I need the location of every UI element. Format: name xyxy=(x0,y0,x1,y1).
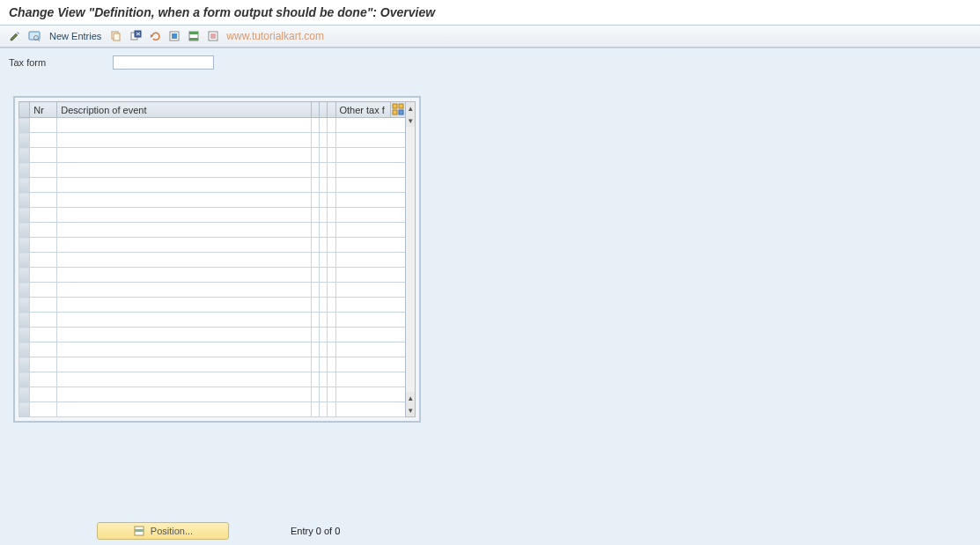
cell-other-tax[interactable] xyxy=(335,253,406,268)
cell-nr[interactable] xyxy=(30,178,57,193)
table-row[interactable] xyxy=(19,268,406,283)
cell-n2[interactable] xyxy=(319,357,327,372)
cell-n1[interactable] xyxy=(311,357,319,372)
table-row[interactable] xyxy=(19,178,406,193)
other-view-icon[interactable] xyxy=(26,28,42,44)
table-row[interactable] xyxy=(19,298,406,313)
cell-n2[interactable] xyxy=(319,268,327,283)
scroll-down-arrow-icon[interactable]: ▼ xyxy=(406,404,415,416)
row-selector[interactable] xyxy=(19,118,30,133)
toggle-display-change-icon[interactable] xyxy=(7,28,23,44)
cell-nr[interactable] xyxy=(30,342,57,357)
cell-nr[interactable] xyxy=(30,238,57,253)
cell-n2[interactable] xyxy=(319,148,327,163)
cell-n1[interactable] xyxy=(311,148,319,163)
cell-n1[interactable] xyxy=(311,178,319,193)
cell-n2[interactable] xyxy=(319,328,327,342)
delete-icon[interactable] xyxy=(128,28,144,44)
cell-n1[interactable] xyxy=(311,328,319,342)
cell-n3[interactable] xyxy=(328,328,335,342)
cell-description[interactable] xyxy=(57,163,311,178)
cell-nr[interactable] xyxy=(30,328,57,342)
row-selector[interactable] xyxy=(19,268,30,283)
col-header-n1[interactable] xyxy=(311,102,319,118)
cell-description[interactable] xyxy=(57,387,311,402)
row-selector[interactable] xyxy=(19,208,30,223)
cell-description[interactable] xyxy=(57,313,311,328)
cell-n3[interactable] xyxy=(328,163,335,178)
cell-n3[interactable] xyxy=(328,387,335,402)
cell-other-tax[interactable] xyxy=(335,313,406,328)
cell-n3[interactable] xyxy=(328,238,335,253)
scroll-up-arrow-icon[interactable]: ▲ xyxy=(406,102,415,114)
table-row[interactable] xyxy=(19,163,406,178)
scrollbar-track[interactable] xyxy=(406,127,415,392)
cell-n2[interactable] xyxy=(319,372,327,387)
cell-n2[interactable] xyxy=(319,387,327,402)
row-selector[interactable] xyxy=(19,357,30,372)
table-row[interactable] xyxy=(19,253,406,268)
cell-n2[interactable] xyxy=(319,178,327,193)
cell-nr[interactable] xyxy=(30,372,57,387)
cell-nr[interactable] xyxy=(30,387,57,402)
cell-other-tax[interactable] xyxy=(335,193,406,208)
cell-n2[interactable] xyxy=(319,223,327,238)
cell-n1[interactable] xyxy=(311,402,319,417)
deselect-all-icon[interactable] xyxy=(205,28,221,44)
cell-other-tax[interactable] xyxy=(335,328,406,342)
cell-n1[interactable] xyxy=(311,238,319,253)
cell-n1[interactable] xyxy=(311,133,319,148)
row-selector[interactable] xyxy=(19,193,30,208)
cell-description[interactable] xyxy=(57,223,311,238)
cell-nr[interactable] xyxy=(30,402,57,417)
cell-n2[interactable] xyxy=(319,118,327,133)
cell-nr[interactable] xyxy=(30,313,57,328)
row-selector[interactable] xyxy=(19,283,30,298)
cell-n2[interactable] xyxy=(319,163,327,178)
cell-nr[interactable] xyxy=(30,268,57,283)
row-selector[interactable] xyxy=(19,372,30,387)
scroll-step-up-icon[interactable]: ▲ xyxy=(406,392,415,404)
table-row[interactable] xyxy=(19,283,406,298)
row-selector[interactable] xyxy=(19,298,30,313)
col-header-n2[interactable] xyxy=(319,102,327,118)
cell-other-tax[interactable] xyxy=(335,163,406,178)
cell-other-tax[interactable] xyxy=(335,298,406,313)
col-header-n3[interactable] xyxy=(328,102,335,118)
cell-n1[interactable] xyxy=(311,283,319,298)
row-selector[interactable] xyxy=(19,402,30,417)
cell-description[interactable] xyxy=(57,148,311,163)
col-header-other-tax[interactable]: Other tax f xyxy=(335,102,390,118)
cell-description[interactable] xyxy=(57,268,311,283)
cell-n2[interactable] xyxy=(319,283,327,298)
cell-description[interactable] xyxy=(57,253,311,268)
table-row[interactable] xyxy=(19,313,406,328)
cell-nr[interactable] xyxy=(30,163,57,178)
table-row[interactable] xyxy=(19,402,406,417)
cell-other-tax[interactable] xyxy=(335,208,406,223)
tax-form-input[interactable] xyxy=(113,55,214,70)
row-selector[interactable] xyxy=(19,342,30,357)
scroll-step-down-icon[interactable]: ▼ xyxy=(406,114,415,127)
cell-n3[interactable] xyxy=(328,133,335,148)
cell-description[interactable] xyxy=(57,402,311,417)
cell-n3[interactable] xyxy=(328,342,335,357)
table-row[interactable] xyxy=(19,148,406,163)
cell-n1[interactable] xyxy=(311,387,319,402)
cell-nr[interactable] xyxy=(30,223,57,238)
cell-description[interactable] xyxy=(57,208,311,223)
cell-n3[interactable] xyxy=(328,208,335,223)
cell-n3[interactable] xyxy=(328,253,335,268)
cell-other-tax[interactable] xyxy=(335,178,406,193)
cell-n3[interactable] xyxy=(328,148,335,163)
cell-description[interactable] xyxy=(57,357,311,372)
cell-other-tax[interactable] xyxy=(335,148,406,163)
cell-n1[interactable] xyxy=(311,208,319,223)
cell-nr[interactable] xyxy=(30,208,57,223)
cell-n1[interactable] xyxy=(311,342,319,357)
cell-description[interactable] xyxy=(57,238,311,253)
cell-description[interactable] xyxy=(57,342,311,357)
table-row[interactable] xyxy=(19,193,406,208)
table-row[interactable] xyxy=(19,357,406,372)
new-entries-button[interactable]: New Entries xyxy=(46,29,105,43)
